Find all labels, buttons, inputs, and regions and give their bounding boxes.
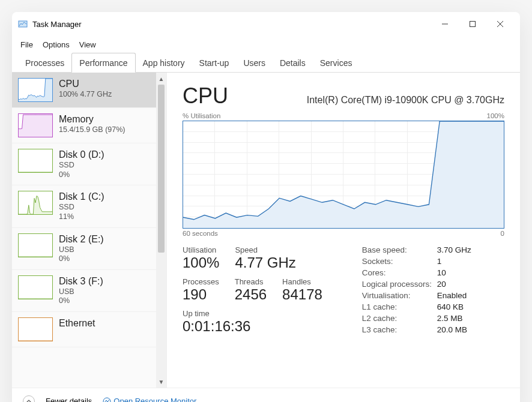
- stat-row-l2-cache: L2 cache:2.5 MB: [362, 314, 504, 323]
- task-manager-icon: [18, 19, 28, 29]
- speed-label: Speed: [235, 245, 295, 254]
- stat-row-l1-cache: L1 cache:640 KB: [362, 302, 504, 311]
- menubar: File Options View: [12, 36, 520, 53]
- disk-mini-chart: [18, 149, 53, 173]
- sidebar-item-title: CPU: [59, 78, 112, 90]
- resource-monitor-label: Open Resource Monitor: [113, 397, 196, 402]
- tabs: Processes Performance App history Start-…: [12, 53, 520, 73]
- performance-sidebar: CPU100% 4.77 GHz Memory15.4/15.9 GB (97%…: [12, 73, 156, 388]
- threads-label: Threads: [235, 277, 267, 286]
- disk-mini-chart: [18, 191, 53, 215]
- stat-key: L3 cache:: [362, 325, 437, 334]
- close-button[interactable]: [486, 14, 514, 34]
- stat-row-sockets: Sockets:1: [362, 257, 504, 266]
- metric-title: CPU: [183, 83, 228, 109]
- tab-performance[interactable]: Performance: [71, 53, 135, 73]
- uptime-value: 0:01:16:36: [183, 318, 250, 335]
- stat-value: 20: [437, 280, 446, 289]
- menu-view[interactable]: View: [79, 40, 96, 49]
- chevron-up-icon[interactable]: [23, 395, 35, 403]
- resource-monitor-icon: [103, 397, 111, 403]
- sidebar-item-title: Memory: [59, 113, 125, 125]
- tab-processes[interactable]: Processes: [18, 53, 71, 72]
- stat-value: 640 KB: [437, 302, 464, 311]
- tab-details[interactable]: Details: [273, 53, 313, 72]
- content-body: CPU100% 4.77 GHz Memory15.4/15.9 GB (97%…: [12, 73, 520, 388]
- sidebar-item-sub1: SSD: [59, 203, 104, 212]
- cpu-utilisation-chart: [183, 121, 504, 229]
- sidebar-item-sub2: 0%: [59, 170, 104, 180]
- sidebar-item-title: Disk 3 (F:): [59, 275, 103, 287]
- sidebar-item-sub1: SSD: [59, 161, 104, 170]
- sidebar-item-memory[interactable]: Memory15.4/15.9 GB (97%): [12, 108, 156, 143]
- sidebar-item-sub2: 0%: [59, 296, 103, 306]
- sidebar-scrollbar[interactable]: ▲ ▼: [156, 73, 166, 388]
- sidebar-item-title: Disk 2 (E:): [59, 233, 104, 245]
- cpu-mini-chart: [18, 78, 53, 102]
- tab-services[interactable]: Services: [313, 53, 360, 72]
- chart-y-max: 100%: [487, 112, 504, 119]
- eth-mini-chart: [18, 317, 53, 341]
- svg-rect-2: [470, 22, 476, 27]
- processes-label: Processes: [183, 277, 219, 286]
- menu-file[interactable]: File: [20, 40, 33, 49]
- scroll-thumb[interactable]: [158, 85, 165, 253]
- sidebar-item-sub2: 11%: [59, 212, 104, 222]
- utilisation-value: 100%: [183, 254, 219, 271]
- stat-value: 20.0 MB: [437, 325, 467, 334]
- mem-mini-chart: [18, 113, 53, 137]
- stat-row-l3-cache: L3 cache:20.0 MB: [362, 325, 504, 334]
- stat-value: 1: [437, 257, 442, 266]
- disk-mini-chart: [18, 233, 53, 257]
- sidebar-item-disk-3-f-[interactable]: Disk 3 (F:)USB0%: [12, 270, 156, 312]
- tab-app-history[interactable]: App history: [136, 53, 192, 72]
- stat-value: 10: [437, 268, 446, 277]
- stat-row-cores: Cores:10: [362, 268, 504, 277]
- sidebar-item-disk-0-d-[interactable]: Disk 0 (D:)SSD0%: [12, 143, 156, 185]
- sidebar-item-disk-2-e-[interactable]: Disk 2 (E:)USB0%: [12, 228, 156, 270]
- footer: Fewer details Open Resource Monitor: [12, 388, 520, 402]
- stat-value: 3.70 GHz: [437, 245, 471, 254]
- stat-key: L2 cache:: [362, 314, 437, 323]
- chart-y-label: % Utilisation: [183, 112, 220, 119]
- stat-key: L1 cache:: [362, 302, 437, 311]
- sidebar-item-ethernet[interactable]: Ethernet: [12, 312, 156, 347]
- processes-value: 190: [183, 286, 219, 303]
- stat-key: Sockets:: [362, 257, 437, 266]
- main-header: CPU Intel(R) Core(TM) i9-10900K CPU @ 3.…: [183, 83, 504, 109]
- sidebar-item-title: Disk 1 (C:): [59, 191, 104, 203]
- sidebar-item-sub1: USB: [59, 245, 104, 255]
- threads-value: 2456: [235, 286, 267, 303]
- scroll-down-icon[interactable]: ▼: [156, 377, 166, 386]
- stats-right: Base speed:3.70 GHzSockets:1Cores:10Logi…: [362, 245, 504, 382]
- stats-left: Utilisation 100% Speed 4.77 GHz Processe…: [183, 245, 350, 382]
- speed-value: 4.77 GHz: [235, 254, 295, 271]
- stats: Utilisation 100% Speed 4.77 GHz Processe…: [183, 245, 504, 382]
- stat-key: Logical processors:: [362, 280, 437, 289]
- sidebar-container: CPU100% 4.77 GHz Memory15.4/15.9 GB (97%…: [12, 73, 167, 388]
- handles-value: 84178: [282, 286, 322, 303]
- cpu-model: Intel(R) Core(TM) i9-10900K CPU @ 3.70GH…: [307, 95, 504, 106]
- sidebar-item-sub1: 100% 4.77 GHz: [59, 90, 112, 100]
- utilisation-label: Utilisation: [183, 245, 219, 254]
- menu-options[interactable]: Options: [43, 40, 70, 49]
- tab-users[interactable]: Users: [236, 53, 273, 72]
- fewer-details-button[interactable]: Fewer details: [46, 397, 92, 402]
- scroll-up-icon[interactable]: ▲: [156, 74, 166, 83]
- maximize-button[interactable]: [459, 14, 486, 34]
- stat-row-virtualisation: Virtualisation:Enabled: [362, 291, 504, 300]
- handles-label: Handles: [282, 277, 322, 286]
- chart-x-right: 0: [501, 230, 504, 237]
- chart-x-left: 60 seconds: [183, 230, 218, 237]
- minimize-button[interactable]: [431, 14, 459, 34]
- sidebar-item-cpu[interactable]: CPU100% 4.77 GHz: [12, 73, 156, 108]
- sidebar-item-disk-1-c-[interactable]: Disk 1 (C:)SSD11%: [12, 185, 156, 227]
- uptime-label: Up time: [183, 309, 250, 318]
- stat-row-base-speed: Base speed:3.70 GHz: [362, 245, 504, 254]
- sidebar-item-title: Ethernet: [59, 317, 95, 329]
- tab-start-up[interactable]: Start-up: [192, 53, 237, 72]
- titlebar: Task Manager: [12, 12, 520, 36]
- chart-top-labels: % Utilisation 100%: [183, 112, 504, 119]
- resource-monitor-link[interactable]: Open Resource Monitor: [103, 397, 196, 402]
- window-title: Task Manager: [32, 20, 82, 29]
